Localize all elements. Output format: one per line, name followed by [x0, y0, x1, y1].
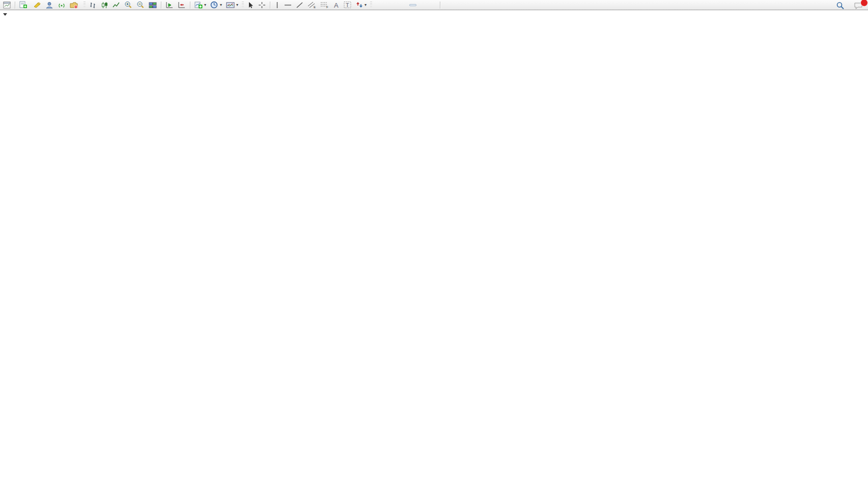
zoom-out-button[interactable] [134, 0, 147, 10]
line-chart-button[interactable] [110, 0, 122, 10]
dropdown-caret-icon: ▾ [220, 3, 222, 7]
vertical-line-button[interactable] [272, 0, 282, 10]
svg-text:A: A [334, 2, 339, 9]
separator [190, 2, 190, 9]
add-indicator-icon [194, 1, 203, 9]
trendline-button[interactable] [294, 0, 305, 10]
templates-icon [226, 2, 235, 9]
macd-indicator-label [3, 322, 6, 328]
timeframe-h4-button[interactable] [409, 4, 416, 6]
main-toolbar: ▾ ▾ ▾ E F A T ▾ [0, 0, 868, 10]
profile-icon [45, 2, 53, 9]
arrows-button[interactable]: ▾ [354, 0, 369, 10]
timeframe-d1-button[interactable] [416, 4, 424, 6]
signal-icon [58, 2, 66, 9]
arrows-icon [356, 1, 363, 9]
auto-scroll-button[interactable] [163, 0, 176, 10]
autotrade-icon [70, 2, 78, 9]
zoom-out-icon [136, 1, 145, 9]
timeframe-m5-button[interactable] [381, 4, 388, 6]
trendline-icon [296, 2, 303, 9]
svg-text:T: T [346, 2, 349, 8]
separator [440, 2, 440, 9]
crosshair-icon [258, 2, 266, 9]
chart-header [3, 13, 13, 16]
bar-chart-button[interactable] [87, 0, 99, 10]
text-label-button[interactable]: T [342, 0, 354, 10]
periods-button[interactable]: ▾ [208, 0, 224, 10]
text-button[interactable]: A [331, 0, 342, 10]
templates-button[interactable]: ▾ [224, 0, 240, 10]
toolbar-grip [83, 2, 86, 9]
timeframe-m15-button[interactable] [388, 4, 395, 6]
crosshair-button[interactable] [256, 0, 268, 10]
chart-window-button[interactable] [1, 0, 13, 10]
chart-menu-collapse-icon[interactable] [3, 13, 7, 16]
svg-text:E: E [314, 6, 316, 9]
search-button[interactable] [834, 1, 847, 11]
chart-shift-button[interactable] [176, 0, 188, 10]
line-chart-icon [113, 2, 120, 9]
separator [270, 2, 270, 9]
bar-chart-icon [89, 2, 97, 9]
dropdown-caret-icon: ▾ [236, 3, 238, 7]
auto-scroll-icon [165, 2, 174, 9]
separator [15, 2, 15, 9]
accounts-button[interactable] [43, 0, 55, 10]
equidistant-channel-icon: E [307, 1, 316, 9]
equidistant-channel-button[interactable]: E [305, 0, 318, 10]
new-order-button[interactable] [17, 0, 31, 10]
separator [161, 2, 161, 9]
svg-text:F: F [326, 6, 328, 9]
autotrade-button[interactable] [68, 0, 82, 10]
signal-button[interactable] [55, 0, 68, 10]
market-watch-button[interactable] [31, 0, 43, 10]
horizontal-line-button[interactable] [282, 0, 294, 10]
indicators-button[interactable]: ▾ [192, 0, 208, 10]
rsi-indicator-label [3, 401, 6, 407]
toolbar-grip [242, 2, 244, 9]
zoom-in-icon [124, 1, 132, 9]
timeframe-m1-button[interactable] [374, 4, 381, 6]
search-icon [836, 2, 845, 10]
notifications-button[interactable] [852, 1, 865, 11]
fibonacci-icon: F [320, 1, 329, 9]
zoom-in-button[interactable] [122, 0, 134, 10]
timeframe-h1-button[interactable] [402, 4, 409, 6]
candlestick-chart-icon [101, 2, 108, 9]
text-a-icon: A [333, 2, 340, 9]
mt4-window: { "toolbar": { "new_order_label": "新订单",… [0, 0, 868, 478]
notification-badge [860, 0, 868, 7]
horizontal-line-icon [284, 2, 292, 9]
broom-icon [33, 2, 41, 9]
fibonacci-button[interactable]: F [318, 0, 331, 10]
chart-canvas[interactable] [0, 10, 868, 478]
text-label-icon: T [344, 1, 352, 9]
chart-shift-icon [178, 2, 186, 9]
timeframe-m30-button[interactable] [395, 4, 402, 6]
timeframe-w1-button[interactable] [424, 4, 431, 6]
periods-clock-icon [210, 1, 218, 9]
chart-area[interactable] [0, 10, 868, 478]
candlestick-chart-button[interactable] [99, 0, 110, 10]
tile-windows-button[interactable] [147, 0, 159, 10]
cursor-icon [247, 2, 254, 9]
tile-windows-icon [149, 2, 157, 9]
new-order-icon [19, 1, 27, 9]
vertical-line-icon [274, 2, 280, 9]
cursor-button[interactable] [245, 0, 256, 10]
toolbar-grip [370, 2, 372, 9]
timeframe-mn-button[interactable] [431, 4, 438, 6]
chart-window-icon [3, 2, 11, 9]
dropdown-caret-icon: ▾ [204, 3, 206, 7]
dropdown-caret-icon: ▾ [365, 3, 367, 7]
